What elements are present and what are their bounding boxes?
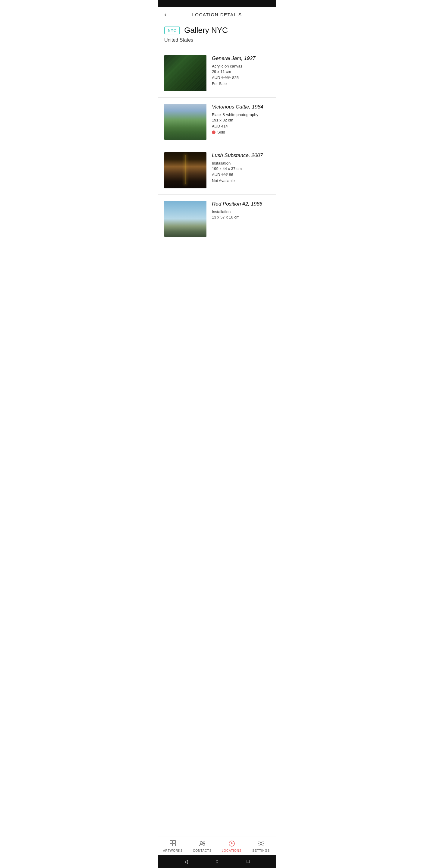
artwork-price: AUD 1,031 825 <box>212 75 270 80</box>
artwork-medium: Installation <box>212 210 270 214</box>
artwork-item[interactable]: Lush Substance, 2007Installation199 x 44… <box>158 146 276 195</box>
artwork-title: Lush Substance, 2007 <box>212 152 270 159</box>
sold-dot-icon <box>212 130 216 134</box>
status-bar <box>158 0 276 7</box>
location-header: NYC Gallery NYC United States <box>158 22 276 49</box>
status-label: For Sale <box>212 82 227 86</box>
artwork-price: AUD 107 86 <box>212 173 270 177</box>
artwork-info: General Jam, 1927Acrylic on canvas29 x 1… <box>212 55 270 86</box>
artwork-size: 199 x 44 x 37 cm <box>212 166 270 171</box>
top-nav: ‹ LOCATION DETAILS <box>158 7 276 22</box>
artwork-size: 191 x 82 cm <box>212 118 270 122</box>
artwork-item[interactable]: General Jam, 1927Acrylic on canvas29 x 1… <box>158 49 276 98</box>
location-name: Gallery NYC <box>184 26 227 35</box>
artwork-info: Victorious Cattle, 1984Black & white pho… <box>212 104 270 134</box>
artwork-item[interactable]: Red Position #2, 1986Installation13 x 57… <box>158 195 276 243</box>
artwork-size: 29 x 11 cm <box>212 69 270 74</box>
artwork-thumbnail <box>164 152 207 188</box>
artwork-price: AUD 414 <box>212 124 270 128</box>
artwork-info: Red Position #2, 1986Installation13 x 57… <box>212 201 270 219</box>
artwork-medium: Black & white photography <box>212 113 270 117</box>
artwork-status: For Sale <box>212 82 270 86</box>
artwork-status: Sold <box>212 130 270 134</box>
location-badge: NYC <box>164 27 180 34</box>
artwork-item[interactable]: Victorious Cattle, 1984Black & white pho… <box>158 98 276 146</box>
artwork-medium: Acrylic on canvas <box>212 64 270 68</box>
status-label: Not Available <box>212 179 235 183</box>
artwork-info: Lush Substance, 2007Installation199 x 44… <box>212 152 270 183</box>
location-name-row: NYC Gallery NYC <box>164 26 270 35</box>
artwork-thumbnail <box>164 104 207 140</box>
artwork-title: General Jam, 1927 <box>212 55 270 62</box>
artwork-status: Not Available <box>212 179 270 183</box>
artwork-title: Red Position #2, 1986 <box>212 201 270 207</box>
artwork-list: General Jam, 1927Acrylic on canvas29 x 1… <box>158 49 276 243</box>
artwork-title: Victorious Cattle, 1984 <box>212 104 270 110</box>
location-country: United States <box>164 37 270 43</box>
status-label: Sold <box>217 130 225 134</box>
back-button[interactable]: ‹ <box>164 11 166 18</box>
artwork-medium: Installation <box>212 161 270 165</box>
artwork-size: 13 x 57 x 16 cm <box>212 215 270 219</box>
artwork-thumbnail <box>164 55 207 91</box>
page-title: LOCATION DETAILS <box>192 12 242 17</box>
artwork-thumbnail <box>164 201 207 237</box>
